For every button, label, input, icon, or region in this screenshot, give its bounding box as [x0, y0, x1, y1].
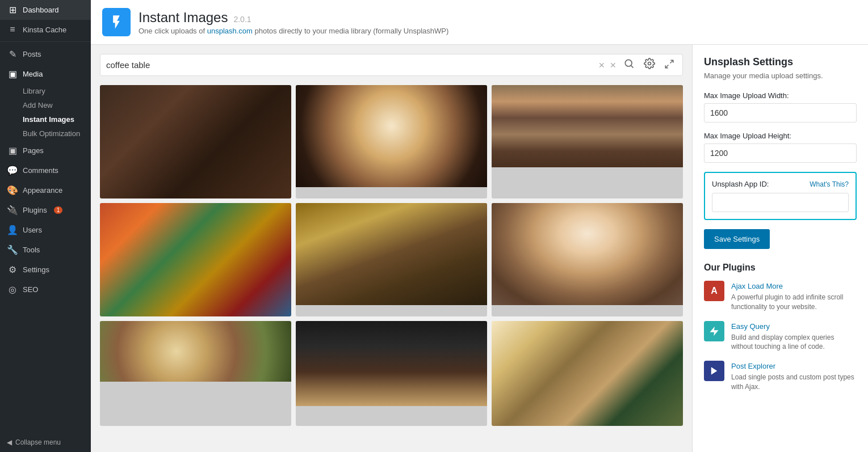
sidebar-item-comments[interactable]: 💬 Comments	[0, 160, 91, 180]
content-area: ✕ ✕	[91, 45, 868, 452]
svg-point-0	[625, 60, 632, 66]
max-width-label: Max Image Upload Width:	[704, 91, 857, 100]
sidebar-item-media[interactable]: ▣ Media	[0, 64, 91, 84]
tools-icon: 🔧	[7, 244, 18, 255]
sidebar-item-users[interactable]: 👤 Users	[0, 220, 91, 240]
save-settings-button[interactable]: Save Settings	[704, 229, 770, 249]
sidebar-item-label: Appearance	[23, 186, 62, 195]
sidebar: ⊞ Dashboard ≡ Kinsta Cache ✎ Posts ▣ Med…	[0, 0, 91, 452]
svg-line-1	[631, 66, 634, 68]
collapse-menu-button[interactable]: ◀ Collapse menu	[0, 433, 91, 452]
app-id-input[interactable]	[712, 193, 849, 212]
clear-x2-icon[interactable]: ✕	[610, 61, 617, 70]
our-plugins-title: Our Plugins	[704, 263, 857, 273]
panel-subtitle: Manage your media upload settings.	[704, 71, 857, 80]
image-cell[interactable]	[492, 321, 683, 426]
svg-line-4	[665, 65, 668, 67]
image-cell[interactable]	[100, 85, 291, 198]
ajax-plugin-icon: A	[704, 281, 724, 301]
kinsta-icon: ≡	[7, 24, 18, 35]
image-cell[interactable]	[492, 85, 683, 198]
whats-this-link[interactable]: What's This?	[810, 180, 849, 188]
sidebar-item-label: SEO	[23, 285, 38, 294]
search-input[interactable]	[106, 60, 594, 70]
sidebar-item-settings[interactable]: ⚙ Settings	[0, 260, 91, 280]
plugin-icon	[102, 8, 131, 36]
max-width-input[interactable]	[704, 103, 857, 122]
plugin-item-ajax: A Ajax Load More A powerful plugin to ad…	[704, 281, 857, 312]
sidebar-item-label: Dashboard	[23, 6, 59, 14]
media-icon: ▣	[7, 69, 18, 79]
easy-query-plugin-desc: Build and display complex queries withou…	[731, 333, 857, 352]
unsplash-link[interactable]: unsplash.com	[207, 27, 253, 35]
max-height-label: Max Image Upload Height:	[704, 132, 857, 140]
post-explorer-plugin-icon	[704, 361, 724, 381]
comments-icon: 💬	[7, 165, 18, 176]
plugin-version: 2.0.1	[233, 15, 251, 24]
search-button[interactable]	[621, 58, 637, 72]
main-area: Instant Images 2.0.1 One click uploads o…	[91, 0, 868, 452]
right-panel: Unsplash Settings Manage your media uplo…	[692, 45, 868, 452]
easy-query-plugin-info: Easy Query Build and display complex que…	[731, 321, 857, 352]
easy-query-plugin-icon	[704, 321, 724, 341]
easy-query-plugin-link[interactable]: Easy Query	[731, 322, 770, 331]
image-grid	[100, 85, 683, 426]
appearance-icon: 🎨	[7, 185, 18, 196]
app-id-header: Unsplash App ID: What's This?	[712, 180, 849, 188]
sidebar-item-pages[interactable]: ▣ Pages	[0, 141, 91, 160]
ajax-plugin-desc: A powerful plugin to add infinite scroll…	[731, 293, 857, 312]
post-explorer-plugin-link[interactable]: Post Explorer	[731, 362, 775, 370]
clear-x1-icon[interactable]: ✕	[598, 61, 605, 70]
image-cell[interactable]	[296, 203, 487, 316]
image-cell[interactable]	[100, 203, 291, 316]
svg-point-2	[648, 62, 651, 65]
sidebar-item-label: Users	[23, 226, 42, 234]
max-height-input[interactable]	[704, 143, 857, 163]
sidebar-item-posts[interactable]: ✎ Posts	[0, 44, 91, 64]
divider	[0, 41, 91, 42]
image-camera-gear	[492, 321, 683, 426]
settings-icon: ⚙	[7, 264, 18, 275]
plugin-title-area: Instant Images 2.0.1 One click uploads o…	[139, 10, 448, 35]
max-height-field: Max Image Upload Height:	[704, 132, 857, 163]
post-explorer-plugin-info: Post Explorer Load single posts and cust…	[731, 361, 857, 392]
image-colorful-cafe	[100, 203, 291, 316]
sidebar-item-appearance[interactable]: 🎨 Appearance	[0, 180, 91, 200]
sidebar-sub-instant-images[interactable]: Instant Images	[0, 112, 91, 126]
sidebar-item-label: Media	[23, 70, 43, 78]
app-id-box: Unsplash App ID: What's This?	[704, 172, 857, 220]
plugin-title: Instant Images 2.0.1	[139, 10, 448, 26]
sidebar-item-tools[interactable]: 🔧 Tools	[0, 240, 91, 260]
sidebar-item-plugins[interactable]: 🔌 Plugins 1	[0, 200, 91, 220]
ajax-plugin-info: Ajax Load More A powerful plugin to add …	[731, 281, 857, 312]
sidebar-sub-add-new[interactable]: Add New	[0, 98, 91, 112]
image-cell[interactable]	[296, 85, 487, 198]
image-cell[interactable]	[492, 203, 683, 316]
image-dark-wood	[100, 85, 291, 198]
image-cafe-interior	[296, 203, 487, 305]
image-latte2	[100, 321, 291, 382]
ajax-plugin-link[interactable]: Ajax Load More	[731, 282, 783, 290]
sidebar-sub-bulk-optimization[interactable]: Bulk Optimization	[0, 126, 91, 141]
pages-icon: ▣	[7, 145, 18, 156]
expand-button[interactable]	[662, 59, 677, 71]
dashboard-icon: ⊞	[7, 5, 18, 15]
plugin-header: Instant Images 2.0.1 One click uploads o…	[91, 0, 868, 45]
settings-gear-button[interactable]	[641, 58, 657, 72]
posts-icon: ✎	[7, 49, 18, 60]
sidebar-sub-library[interactable]: Library	[0, 84, 91, 98]
sidebar-item-label: Settings	[23, 265, 49, 274]
plugins-badge: 1	[54, 206, 63, 214]
sidebar-item-dashboard[interactable]: ⊞ Dashboard	[0, 0, 91, 20]
max-width-field: Max Image Upload Width:	[704, 91, 857, 122]
sidebar-item-label: Posts	[23, 50, 41, 58]
plugin-item-easy-query: Easy Query Build and display complex que…	[704, 321, 857, 352]
sidebar-item-kinsta-cache[interactable]: ≡ Kinsta Cache	[0, 20, 91, 39]
image-cell[interactable]	[100, 321, 291, 426]
sidebar-item-label: Tools	[23, 246, 40, 254]
users-icon: 👤	[7, 225, 18, 235]
image-cell[interactable]	[296, 321, 487, 426]
svg-marker-5	[710, 326, 719, 336]
sidebar-item-seo[interactable]: ◎ SEO	[0, 280, 91, 299]
panel-title: Unsplash Settings	[704, 56, 857, 68]
